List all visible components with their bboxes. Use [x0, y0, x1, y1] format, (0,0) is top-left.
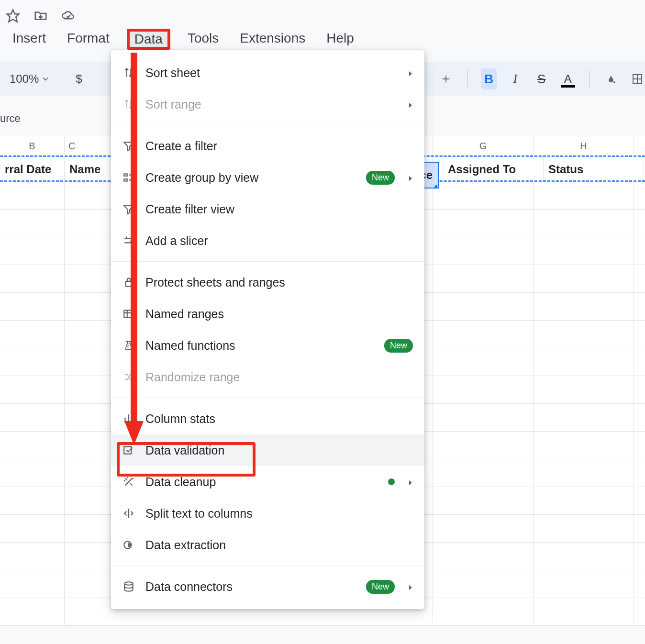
strikethrough-button[interactable]: S — [534, 68, 549, 89]
submenu-arrow-icon — [408, 66, 413, 80]
bold-button[interactable]: B — [481, 68, 497, 89]
menu-item-label: Named functions — [145, 339, 374, 353]
menu-item-cleanup[interactable]: Data cleanup — [111, 466, 424, 498]
borders-button[interactable] — [629, 68, 645, 89]
menu-item-sort-sheet[interactable]: Sort sheet — [111, 57, 424, 89]
submenu-arrow-icon — [408, 475, 413, 489]
menu-format[interactable]: Format — [63, 29, 113, 50]
submenu-arrow-icon — [408, 98, 413, 111]
menu-help[interactable]: Help — [322, 29, 358, 50]
new-badge: New — [384, 339, 413, 353]
menu-item-filter[interactable]: Create a filter — [111, 130, 424, 162]
menu-item-label: Randomize range — [145, 370, 413, 384]
svg-marker-0 — [7, 10, 19, 22]
menu-item-label: Data connectors — [145, 580, 356, 594]
menu-insert[interactable]: Insert — [9, 29, 50, 50]
menu-item-filter-view[interactable]: Create filter view — [111, 193, 424, 225]
menu-item-label: Data cleanup — [145, 475, 378, 489]
star-icon[interactable] — [6, 9, 20, 26]
filter-view-icon — [122, 203, 135, 215]
cell-assigned-to[interactable]: Assigned To — [443, 157, 544, 180]
menu-item-label: Create a filter — [145, 139, 413, 153]
menu-item-split[interactable]: Split text to columns — [111, 498, 424, 529]
menu-data[interactable]: Data — [130, 29, 167, 49]
menu-item-label: Protect sheets and ranges — [145, 276, 413, 289]
randomize-icon — [122, 371, 135, 383]
column-stats-icon — [122, 412, 135, 425]
menu-item-label: Create group by view — [145, 171, 356, 185]
svg-rect-6 — [124, 310, 133, 317]
cell-status[interactable]: Status — [544, 157, 644, 180]
svg-rect-5 — [126, 281, 132, 287]
insert-button[interactable] — [438, 68, 454, 89]
col-header-g[interactable]: G — [433, 136, 534, 155]
cloud-check-icon[interactable] — [61, 9, 76, 26]
menu-item-label: Create filter view — [145, 202, 413, 216]
new-badge: New — [366, 171, 395, 185]
cleanup-icon — [122, 476, 135, 488]
group-view-icon — [122, 171, 135, 184]
menu-data-highlight: Data — [127, 29, 170, 50]
menu-item-label: Data extraction — [145, 538, 413, 552]
italic-button[interactable]: I — [507, 68, 523, 89]
extraction-icon — [122, 539, 135, 551]
svg-text:Σ: Σ — [127, 343, 130, 348]
menu-item-label: Split text to columns — [145, 507, 413, 521]
named-ranges-icon — [122, 308, 135, 320]
fill-color-button[interactable] — [603, 68, 619, 89]
menu-item-column-stats[interactable]: Column stats — [111, 403, 424, 434]
filter-icon — [122, 140, 135, 152]
data-validation-icon — [122, 444, 135, 456]
svg-point-1 — [613, 81, 615, 83]
col-header-b[interactable]: B — [0, 136, 65, 155]
menu-item-sort-range: Sort range — [111, 89, 424, 120]
menu-item-label: Named ranges — [145, 307, 413, 321]
menu-item-slicer[interactable]: Add a slicer — [111, 225, 424, 256]
menubar: Insert Format Data Tools Extensions Help — [9, 29, 358, 50]
status-dot — [388, 478, 395, 485]
menu-extensions[interactable]: Extensions — [236, 29, 309, 50]
menu-item-named-ranges[interactable]: Named ranges — [111, 298, 424, 330]
slicer-icon — [122, 234, 135, 247]
menu-item-label: Sort sheet — [145, 66, 395, 80]
submenu-arrow-icon — [408, 171, 413, 185]
menu-item-connectors[interactable]: Data connectorsNew — [111, 571, 424, 602]
cell-referral-date[interactable]: rral Date — [0, 157, 65, 180]
name-box-partial: urce — [0, 112, 21, 125]
menu-item-group-view[interactable]: Create group by viewNew — [111, 162, 424, 193]
menu-item-label: Add a slicer — [145, 234, 413, 248]
sort-range-icon — [122, 98, 135, 111]
connectors-icon — [122, 580, 135, 593]
move-to-icon[interactable] — [33, 9, 48, 26]
new-badge: New — [366, 580, 395, 594]
split-icon — [122, 507, 135, 520]
zoom-value: 100% — [10, 72, 39, 86]
svg-rect-3 — [124, 174, 127, 176]
currency-format[interactable]: $ — [76, 72, 82, 86]
menu-item-randomize: Randomize range — [111, 361, 424, 393]
menu-item-named-functions[interactable]: ΣNamed functionsNew — [111, 330, 424, 361]
text-color-button[interactable]: A — [560, 68, 576, 89]
col-header-h[interactable]: H — [534, 136, 634, 155]
protect-icon — [122, 276, 135, 289]
sort-sheet-icon — [122, 67, 135, 79]
menu-item-label: Data validation — [145, 444, 413, 457]
menu-item-extraction[interactable]: Data extraction — [111, 529, 424, 561]
data-menu-dropdown: Sort sheetSort rangeCreate a filterCreat… — [111, 50, 424, 609]
submenu-arrow-icon — [408, 580, 413, 594]
menu-tools[interactable]: Tools — [184, 29, 222, 50]
svg-point-10 — [124, 582, 133, 585]
svg-rect-4 — [124, 179, 127, 181]
menu-item-label: Column stats — [145, 412, 413, 426]
named-functions-icon: Σ — [122, 339, 135, 352]
menu-item-data-validation[interactable]: Data validation — [111, 434, 424, 466]
zoom-dropdown[interactable]: 100% — [10, 72, 48, 86]
menu-item-label: Sort range — [145, 98, 395, 111]
menu-item-protect[interactable]: Protect sheets and ranges — [111, 266, 424, 298]
